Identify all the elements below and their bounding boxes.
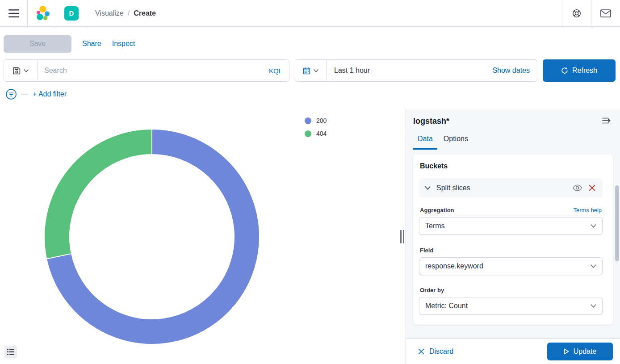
field-select[interactable]: response.keyword xyxy=(419,257,603,275)
panel-resize-handle[interactable] xyxy=(399,230,405,244)
editor-actions: Save Share Inspect xyxy=(4,35,135,53)
legend-label-200: 200 xyxy=(316,117,327,124)
panel-footer: Discard Update xyxy=(406,339,620,364)
top-header: D Visualize / Create xyxy=(0,0,620,27)
donut-slice-404[interactable] xyxy=(44,129,152,259)
terms-help-link[interactable]: Terms help xyxy=(573,207,602,213)
search-input[interactable] xyxy=(38,60,262,81)
date-picker: Last 1 hour Show dates xyxy=(295,59,537,82)
calendar-icon xyxy=(303,67,310,75)
time-range-value[interactable]: Last 1 hour xyxy=(327,67,492,75)
index-pattern-title: logstash* xyxy=(413,117,449,126)
search-bar: KQL xyxy=(4,59,289,82)
close-icon xyxy=(589,184,595,191)
visualization-canvas: 200 404 xyxy=(0,109,406,364)
panel-tabs: Data Options xyxy=(413,135,613,150)
save-button[interactable]: Save xyxy=(4,35,71,53)
main-content: 200 404 l xyxy=(0,109,620,364)
breadcrumb-separator: / xyxy=(128,9,130,17)
field-label: Field xyxy=(420,247,433,254)
chart-legend: 200 404 xyxy=(305,117,327,137)
refresh-button[interactable]: Refresh xyxy=(543,59,616,82)
chevron-down-icon xyxy=(314,69,318,72)
show-dates-button[interactable]: Show dates xyxy=(492,67,537,75)
discard-label: Discard xyxy=(429,347,453,356)
elastic-logo-button[interactable] xyxy=(28,0,57,26)
main-menu-button[interactable] xyxy=(0,0,28,26)
legend-toggle-button[interactable] xyxy=(4,346,17,358)
mail-icon xyxy=(600,9,611,17)
quick-select-menu-button[interactable] xyxy=(295,60,327,81)
update-label: Update xyxy=(574,347,597,356)
space-selector[interactable]: D xyxy=(57,0,86,26)
remove-bucket-button[interactable] xyxy=(587,184,597,192)
hamburger-menu-icon xyxy=(8,9,19,18)
field-value: response.keyword xyxy=(425,262,591,270)
space-avatar: D xyxy=(64,6,79,21)
order-by-label: Order by xyxy=(420,287,444,293)
kibana-visualize-app: D Visualize / Create xyxy=(0,0,620,364)
panel-scrollbar[interactable] xyxy=(615,185,619,261)
play-icon xyxy=(564,348,569,355)
breadcrumb-create: Create xyxy=(134,9,156,17)
help-menu-button[interactable] xyxy=(562,0,591,26)
buckets-card: Buckets Split slices xyxy=(413,155,613,325)
buckets-heading: Buckets xyxy=(420,162,603,170)
add-filter-button[interactable]: + Add filter xyxy=(33,90,67,98)
donut-chart[interactable] xyxy=(44,129,260,345)
list-icon xyxy=(7,349,14,355)
aggregation-select[interactable]: Terms xyxy=(419,217,603,235)
filter-menu-icon[interactable] xyxy=(5,88,17,100)
breadcrumb-visualize[interactable]: Visualize xyxy=(95,9,124,17)
menu-right-icon xyxy=(602,117,611,124)
newsfeed-button[interactable] xyxy=(591,0,620,26)
chevron-down-icon xyxy=(24,69,29,72)
discard-button[interactable]: Discard xyxy=(418,347,453,356)
share-button[interactable]: Share xyxy=(82,40,101,48)
toggle-visibility-button[interactable] xyxy=(571,184,583,192)
kql-language-button[interactable]: KQL xyxy=(262,67,289,75)
close-icon xyxy=(418,348,424,355)
legend-item-404[interactable]: 404 xyxy=(305,130,327,137)
tab-data[interactable]: Data xyxy=(413,135,437,150)
query-bar: KQL Last 1 hour Show dates xyxy=(4,59,616,82)
split-slices-accordion[interactable]: Split slices xyxy=(419,178,603,197)
refresh-icon xyxy=(561,67,568,74)
legend-swatch-404 xyxy=(305,130,311,137)
save-query-icon xyxy=(13,67,21,75)
order-by-value: Metric: Count xyxy=(425,302,591,310)
chevron-down-icon xyxy=(591,264,596,268)
legend-label-404: 404 xyxy=(316,130,327,137)
chevron-down-icon xyxy=(591,304,596,308)
order-by-select[interactable]: Metric: Count xyxy=(419,297,603,315)
legend-swatch-200 xyxy=(305,117,311,124)
filter-bar: + Add filter xyxy=(5,88,67,100)
aggregation-value: Terms xyxy=(425,222,591,230)
eye-icon xyxy=(573,184,582,191)
breadcrumb: Visualize / Create xyxy=(95,9,156,17)
inspect-button[interactable]: Inspect xyxy=(112,40,135,48)
refresh-label: Refresh xyxy=(572,67,597,75)
update-button[interactable]: Update xyxy=(547,343,613,360)
saved-query-menu-button[interactable] xyxy=(4,60,38,81)
split-slices-label: Split slices xyxy=(436,184,571,192)
legend-item-200[interactable]: 200 xyxy=(305,117,327,124)
aggregation-label: Aggregation xyxy=(420,207,454,213)
elastic-logo-icon xyxy=(34,5,51,22)
chevron-down-icon xyxy=(591,224,596,228)
chevron-down-icon xyxy=(425,186,431,190)
tab-options[interactable]: Options xyxy=(439,135,473,150)
collapse-panel-button[interactable] xyxy=(600,115,613,127)
filter-divider xyxy=(21,94,28,95)
help-icon xyxy=(572,8,582,18)
data-config-panel: logstash* Data Options Buckets xyxy=(406,109,620,339)
